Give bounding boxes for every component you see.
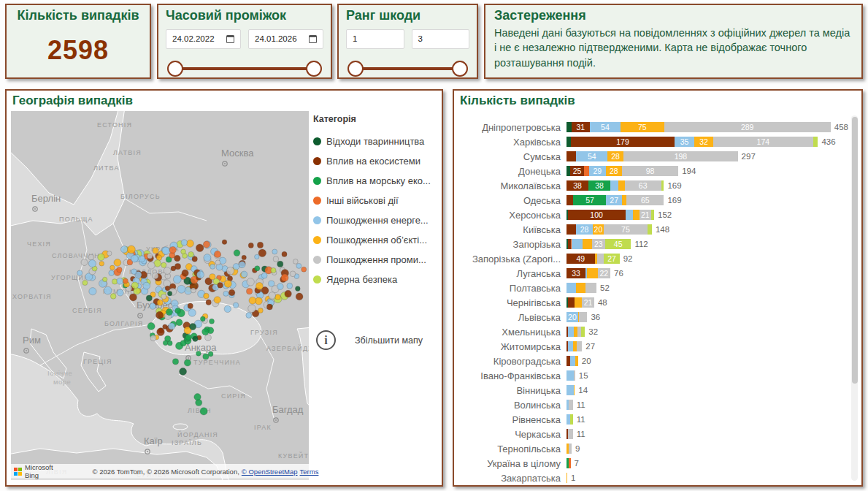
bar-segment-industry[interactable]: 289	[664, 122, 831, 133]
stacked-bar[interactable]	[566, 370, 575, 381]
map-incident-dot-marine[interactable]	[147, 322, 155, 330]
map-incident-dot-energy[interactable]	[261, 273, 267, 278]
map-incident-dot-marine[interactable]	[184, 359, 191, 366]
bar-segment-marine[interactable]: 38	[588, 180, 610, 191]
stacked-bar[interactable]	[566, 356, 578, 367]
map-incident-dot-energy[interactable]	[117, 278, 123, 284]
map-incident-dot-ecosystems[interactable]	[196, 244, 204, 252]
map-incident-dot-energy[interactable]	[223, 291, 228, 296]
bar-segment-energy[interactable]: 29	[589, 166, 606, 177]
map-incident-dot-military[interactable]	[203, 241, 210, 248]
bar-segment-energy[interactable]	[568, 327, 574, 338]
bar-segment-nuclear[interactable]	[813, 137, 818, 148]
slider-handle-right[interactable]	[452, 61, 468, 77]
map-incident-dot-industry[interactable]	[247, 278, 254, 286]
map-incident-dot-energy[interactable]	[88, 260, 96, 267]
map-incident-dot-marine[interactable]	[175, 308, 181, 313]
map-incident-dot-industry[interactable]	[191, 288, 196, 293]
bar-segment-objects[interactable]: 75	[621, 122, 664, 133]
map-incident-dot-energy[interactable]	[296, 263, 302, 268]
bar-segment-ecosystems[interactable]	[568, 297, 575, 308]
bar-segment-ecosystems[interactable]: 33	[566, 268, 585, 279]
map-incident-dot-nuclear[interactable]	[103, 277, 107, 281]
map-incident-dot-industry[interactable]	[147, 262, 155, 269]
calendar-icon[interactable]	[309, 35, 317, 43]
map-incident-dot-marine[interactable]	[203, 354, 209, 359]
map-incident-dot-nuclear[interactable]	[161, 262, 166, 267]
map-incident-dot-energy[interactable]	[224, 305, 231, 312]
map-incident-dot-objects[interactable]	[249, 297, 256, 304]
bar-segment-objects[interactable]: 28	[606, 166, 622, 177]
map-incident-dot-livestock[interactable]	[277, 261, 283, 267]
bar-segment-industry[interactable]	[574, 370, 575, 381]
map-incident-dot-objects[interactable]	[258, 308, 264, 313]
map-incident-dot-ecosystems[interactable]	[285, 290, 292, 297]
map-incident-dot-ecosystems[interactable]	[228, 289, 235, 296]
map-svg[interactable]: ЕСТОНІЯЛАТВІЯЛИТВАБІЛОРУСЬПОЛЬЩАЧЕХІЯСЛО…	[11, 111, 309, 480]
stacked-bar[interactable]	[566, 283, 596, 294]
map-incident-dot-energy[interactable]	[210, 264, 215, 270]
stacked-bar[interactable]	[566, 458, 571, 469]
map-incident-dot-marine[interactable]	[210, 319, 215, 324]
map-incident-dot-energy[interactable]	[269, 281, 274, 286]
bar-segment-energy[interactable]: 54	[576, 151, 607, 162]
map-incident-dot-industry[interactable]	[147, 254, 153, 259]
map-incident-dot-energy[interactable]	[233, 302, 238, 308]
bar-segment-ecosystems[interactable]: 100	[568, 210, 626, 221]
map-incident-dot-military[interactable]	[281, 274, 288, 281]
legend-item-livestock[interactable]: Відходи тваринництва	[313, 132, 439, 151]
bar-segment-livestock[interactable]	[566, 122, 572, 133]
map-incident-dot-ecosystems[interactable]	[174, 255, 181, 262]
bar-segment-energy[interactable]	[572, 239, 583, 250]
map-incident-dot-objects[interactable]	[204, 293, 210, 299]
bar-segment-industry[interactable]	[579, 312, 587, 323]
map-incident-dot-energy[interactable]	[120, 246, 128, 254]
slider-handle-right[interactable]	[306, 61, 322, 77]
map-incident-dot-objects[interactable]	[128, 246, 136, 254]
map-incident-dot-industry[interactable]	[215, 260, 220, 265]
map-incident-dot-objects[interactable]	[99, 262, 104, 267]
bar-segment-industry[interactable]: 174	[713, 137, 813, 148]
bar-segment-energy[interactable]: 54	[590, 122, 621, 133]
map-incident-dot-industry[interactable]	[269, 292, 276, 300]
stacked-bar[interactable]: 25292898	[566, 166, 678, 177]
map-incident-dot-livestock[interactable]	[190, 324, 196, 330]
map-incident-dot-objects[interactable]	[214, 297, 220, 303]
bar-segment-nuclear[interactable]	[570, 414, 573, 425]
map-incident-dot-energy[interactable]	[104, 286, 112, 294]
legend-item-military[interactable]: Інші військові дії	[313, 191, 439, 210]
stacked-bar[interactable]	[566, 414, 573, 425]
bar-segment-objects[interactable]: 20	[593, 224, 604, 235]
legend-item-energy[interactable]: Пошкодження енерге...	[313, 210, 439, 230]
map-incident-dot-industry[interactable]	[152, 273, 158, 279]
map-canvas[interactable]: ЕСТОНІЯЛАТВІЯЛИТВАБІЛОРУСЬПОЛЬЩАЧЕХІЯСЛО…	[11, 111, 309, 480]
map-incident-dot-ecosystems[interactable]	[182, 270, 188, 276]
map-incident-dot-industry[interactable]	[164, 267, 171, 275]
stacked-bar[interactable]	[566, 444, 572, 454]
bar-segment-ecosystems[interactable]	[566, 151, 576, 162]
map-incident-dot-energy[interactable]	[117, 289, 123, 296]
bar-segment-energy[interactable]	[610, 180, 618, 191]
legend-item-objects[interactable]: Пошкодження об’єкті...	[313, 230, 439, 250]
bar-segment-nuclear[interactable]	[661, 180, 664, 191]
stacked-bar[interactable]: 1793532174	[566, 137, 818, 148]
map-incident-dot-industry[interactable]	[226, 267, 234, 275]
map-incident-dot-marine[interactable]	[194, 394, 201, 400]
map-incident-dot-military[interactable]	[247, 289, 253, 294]
stacked-bar[interactable]: 21	[566, 297, 594, 308]
stacked-bar[interactable]	[566, 473, 567, 484]
map-incident-dot-energy[interactable]	[162, 247, 170, 255]
map-incident-dot-industry[interactable]	[107, 251, 112, 256]
map-incident-dot-military[interactable]	[117, 267, 122, 273]
slider-handle-left[interactable]	[167, 61, 183, 77]
map-incident-dot-livestock[interactable]	[167, 292, 172, 296]
map-incident-dot-energy[interactable]	[241, 271, 247, 278]
map-incident-dot-ecosystems[interactable]	[266, 304, 272, 310]
map-incident-dot-nuclear[interactable]	[82, 281, 88, 286]
map-incident-dot-objects[interactable]	[153, 248, 158, 254]
bar-segment-ecosystems[interactable]	[566, 195, 573, 206]
bar-segment-energy[interactable]: 35	[675, 137, 695, 148]
map-incident-dot-energy[interactable]	[272, 249, 277, 254]
map-incident-dot-industry[interactable]	[290, 271, 296, 277]
map-incident-dot-energy[interactable]	[150, 303, 156, 310]
